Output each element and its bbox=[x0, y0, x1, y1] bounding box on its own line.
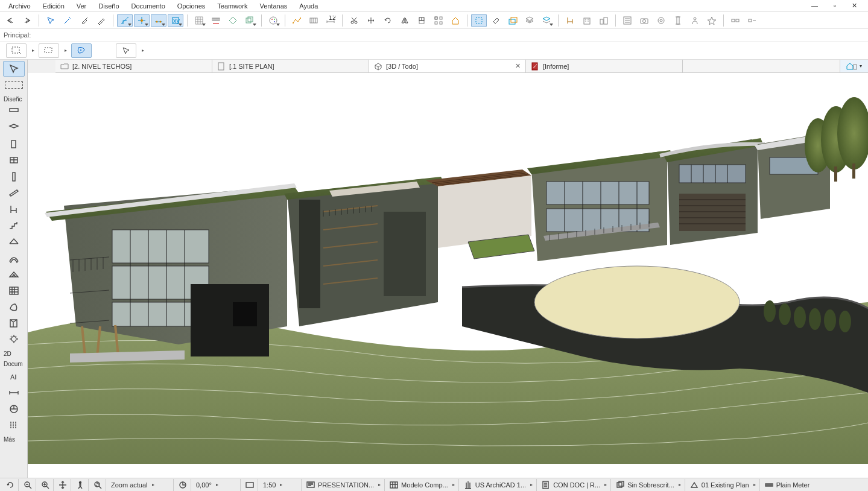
tab-3d-todo[interactable]: [3D / Todo] ✕ bbox=[369, 60, 526, 72]
menu-ver[interactable]: Ver bbox=[71, 1, 93, 11]
menu-archivo[interactable]: Archivo bbox=[2, 1, 37, 11]
door-tool[interactable] bbox=[3, 136, 25, 152]
checklist-icon[interactable] bbox=[619, 14, 635, 27]
override-dropdown[interactable]: Sin Sobrescrit...▸ bbox=[612, 479, 685, 491]
condoc-dropdown[interactable]: CON DOC | R...▸ bbox=[538, 479, 611, 491]
shell-tool[interactable] bbox=[3, 250, 25, 266]
scale-value[interactable]: 1:50▸ bbox=[259, 479, 302, 491]
marquee-3d-button[interactable] bbox=[471, 14, 487, 27]
snap-intersection-button[interactable] bbox=[134, 14, 150, 27]
eraser-icon[interactable] bbox=[488, 14, 504, 27]
slab-tool[interactable] bbox=[3, 120, 25, 136]
quick-select-button[interactable] bbox=[71, 43, 92, 58]
snap-point-button[interactable] bbox=[151, 14, 166, 27]
dimension-settings-icon[interactable] bbox=[306, 14, 322, 27]
column-tool[interactable] bbox=[3, 169, 25, 185]
palette-icon[interactable] bbox=[265, 14, 281, 27]
buildings-icon[interactable] bbox=[596, 14, 612, 27]
arrow-mode-dropdown[interactable]: ▸ bbox=[140, 48, 146, 53]
zoom-in-button[interactable] bbox=[37, 479, 54, 491]
wall-segment-icon[interactable] bbox=[727, 14, 743, 27]
marquee-mode-button[interactable] bbox=[6, 43, 27, 58]
diamond-icon[interactable] bbox=[225, 14, 241, 27]
text-tool[interactable]: A bbox=[3, 369, 25, 384]
menu-opciones[interactable]: Opciones bbox=[171, 1, 211, 11]
cut-icon[interactable] bbox=[346, 14, 362, 27]
measure-text-icon[interactable]: 12 bbox=[323, 14, 338, 27]
eyedropper-icon[interactable] bbox=[77, 14, 92, 27]
lamp-tool[interactable] bbox=[3, 332, 25, 347]
arrow-tool[interactable] bbox=[3, 61, 25, 77]
close-icon[interactable]: ✕ bbox=[846, 1, 863, 11]
ruler-icon[interactable] bbox=[208, 14, 224, 27]
curtainwall-tool[interactable] bbox=[3, 283, 25, 299]
brush-icon[interactable] bbox=[93, 14, 109, 27]
redo-button[interactable] bbox=[19, 14, 35, 27]
meter-dropdown[interactable]: Plain Meter bbox=[761, 479, 822, 491]
move-icon[interactable] bbox=[363, 14, 379, 27]
orientation-button[interactable] bbox=[175, 479, 191, 491]
magic-wand-icon[interactable] bbox=[60, 14, 75, 27]
elevate-icon[interactable] bbox=[414, 14, 429, 27]
measure-chain-icon[interactable] bbox=[289, 14, 305, 27]
3d-viewport[interactable] bbox=[28, 73, 868, 478]
object-tool[interactable] bbox=[3, 201, 25, 217]
column-icon[interactable] bbox=[670, 14, 686, 27]
tab-site-plan[interactable]: [.1 SITE PLAN] bbox=[212, 60, 369, 72]
dimension-tool[interactable] bbox=[3, 385, 25, 401]
marquee-mode-dropdown[interactable]: ▸ bbox=[30, 48, 36, 53]
grid-toggle-button[interactable] bbox=[191, 14, 207, 27]
menu-diseno[interactable]: Diseño bbox=[92, 1, 125, 11]
zoom-out-button[interactable] bbox=[20, 479, 36, 491]
menu-teamwork[interactable]: Teamwork bbox=[211, 1, 253, 11]
home-icon[interactable] bbox=[448, 14, 463, 27]
rotate-view-button[interactable] bbox=[2, 479, 19, 491]
minimize-icon[interactable]: — bbox=[805, 1, 824, 11]
angle-value[interactable]: 0,00°▸ bbox=[192, 479, 241, 491]
menu-ayuda[interactable]: Ayuda bbox=[293, 1, 324, 11]
fit-button[interactable] bbox=[90, 479, 106, 491]
undo-button[interactable] bbox=[2, 14, 18, 27]
beam-tool[interactable] bbox=[3, 185, 25, 201]
building-icon[interactable] bbox=[579, 14, 595, 27]
selection-tool-icon[interactable] bbox=[43, 14, 59, 27]
morph-tool[interactable] bbox=[3, 299, 25, 315]
grid-snap-button[interactable]: xy bbox=[168, 14, 183, 27]
radial-dim-tool[interactable] bbox=[3, 401, 25, 417]
snap-guide-button[interactable] bbox=[117, 14, 133, 27]
stair-tool[interactable] bbox=[3, 218, 25, 233]
rotate-icon[interactable] bbox=[380, 14, 396, 27]
layers-icon[interactable] bbox=[242, 14, 258, 27]
lasso-mode-button[interactable] bbox=[39, 43, 59, 58]
trace-icon[interactable] bbox=[505, 14, 521, 27]
zone-tool[interactable] bbox=[3, 315, 25, 331]
mirror-icon[interactable] bbox=[397, 14, 413, 27]
arrow-mode-button[interactable] bbox=[116, 43, 136, 58]
menu-ventanas[interactable]: Ventanas bbox=[253, 1, 293, 11]
pan-button[interactable] bbox=[55, 479, 71, 491]
screen-button[interactable] bbox=[242, 479, 258, 491]
roof-tool[interactable] bbox=[3, 234, 25, 250]
target-camera-icon[interactable] bbox=[653, 14, 669, 27]
menu-documento[interactable]: Documento bbox=[125, 1, 171, 11]
array-icon[interactable] bbox=[431, 14, 446, 27]
skylight-tool[interactable] bbox=[3, 267, 25, 282]
close-tab-icon[interactable]: ✕ bbox=[515, 62, 521, 70]
person-icon[interactable] bbox=[687, 14, 703, 27]
tab-informe[interactable]: [Informe] bbox=[526, 60, 683, 72]
presentation-dropdown[interactable]: PRESENTATION...▸ bbox=[303, 479, 385, 491]
wall-end-icon[interactable] bbox=[744, 14, 760, 27]
layers-manage-icon[interactable] bbox=[539, 14, 554, 27]
marquee-tool[interactable] bbox=[3, 77, 25, 93]
tab-nivel-techos[interactable]: [2. NIVEL TECHOS] bbox=[55, 60, 212, 72]
camera-icon[interactable] bbox=[636, 14, 652, 27]
library-dropdown[interactable]: US ArchiCAD 1...▸ bbox=[460, 479, 537, 491]
maximize-icon[interactable]: ▫ bbox=[828, 1, 842, 11]
stack-icon[interactable] bbox=[522, 14, 537, 27]
model-view-dropdown[interactable]: Modelo Comp...▸ bbox=[386, 479, 459, 491]
walk-button[interactable] bbox=[72, 479, 89, 491]
star-icon[interactable] bbox=[704, 14, 720, 27]
chair-icon[interactable] bbox=[562, 14, 578, 27]
tab-overview-button[interactable]: ▾ bbox=[840, 60, 868, 72]
menu-edicion[interactable]: Edición bbox=[37, 1, 71, 11]
